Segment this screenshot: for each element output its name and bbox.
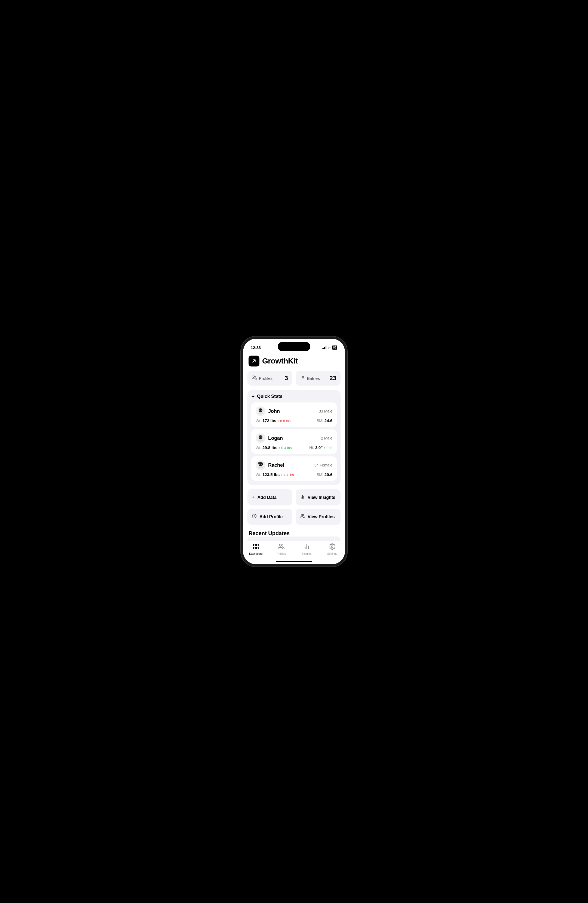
logan-ht-stat: Ht. 3'0" ↑ 0'1" (309, 445, 332, 450)
rachel-avatar (256, 460, 265, 470)
rachel-bmi-stat: BMI 20.6 (317, 472, 332, 477)
status-time: 12:33 (251, 345, 261, 350)
main-scroll[interactable]: GrowthKit Profiles (243, 352, 345, 541)
profiles-tab-icon (278, 543, 284, 552)
logan-weight-stat: Wt. 29.8 lbs ↑ 0.4 lbs (256, 445, 292, 450)
svg-rect-35 (256, 547, 258, 549)
add-data-label: Add Data (257, 495, 277, 500)
logan-meta: 2 Male (321, 436, 332, 440)
tab-settings[interactable]: Settings (320, 543, 345, 555)
logan-name: Logan (268, 436, 283, 441)
john-meta: 33 Male (319, 409, 332, 413)
john-name: John (268, 409, 280, 414)
tab-bar: Dashboard Profiles (243, 541, 345, 561)
dynamic-island (278, 342, 310, 351)
view-profiles-label: View Profiles (307, 514, 334, 519)
wifi-icon: ⇌ (328, 346, 331, 349)
view-profiles-button[interactable]: View Profiles (296, 509, 340, 525)
svg-point-22 (261, 464, 261, 465)
entries-label: Entries (307, 376, 320, 381)
svg-point-10 (261, 411, 261, 411)
john-name-group: John (256, 406, 280, 416)
rachel-meta: 34 Female (314, 463, 332, 467)
rachel-name: Rachel (268, 463, 284, 468)
logan-avatar (256, 433, 265, 443)
logan-ht-delta: ↑ 0'1" (324, 446, 332, 450)
add-profile-button[interactable]: Add Profile (248, 509, 292, 525)
profiles-icon (252, 375, 257, 381)
svg-rect-32 (254, 544, 256, 546)
add-profile-label: Add Profile (259, 514, 282, 519)
logan-wt-label: Wt. (256, 445, 261, 450)
rachel-bmi-label: BMI (317, 472, 323, 477)
logan-card-header: Logan 2 Male (256, 433, 332, 443)
profiles-label: Profiles (259, 376, 273, 381)
recent-update-item[interactable]: Logan Jan 31 Height: 3'0" • Weight: 29.8… (248, 536, 340, 541)
rachel-weight-stat: Wt. 123.5 lbs ↓ 4.4 lbs (256, 472, 294, 477)
insights-tab-label: Insights (302, 552, 311, 555)
status-icons: ⇌ 86 (322, 346, 337, 349)
app-header: GrowthKit (248, 352, 340, 371)
rachel-card[interactable]: Rachel 34 Female Wt. 123.5 lbs ↓ 4.4 lbs… (251, 456, 337, 481)
battery-indicator: 86 (332, 346, 337, 349)
app-title: GrowthKit (262, 357, 298, 365)
john-bmi-label: BMI (317, 418, 323, 423)
settings-tab-label: Settings (327, 552, 337, 555)
quick-stats-section: ✦ Quick Stats (248, 390, 340, 485)
svg-point-20 (259, 463, 262, 466)
dashboard-tab-icon (252, 543, 259, 552)
view-insights-button[interactable]: View Insights (296, 489, 340, 505)
rachel-wt-val: 123.5 lbs (262, 472, 279, 477)
svg-point-21 (259, 464, 260, 465)
action-buttons-grid: + Add Data View Insights (248, 489, 340, 525)
view-profiles-icon (300, 514, 305, 520)
logan-ht-label: Ht. (309, 445, 314, 450)
logan-wt-val: 29.8 lbs (262, 445, 278, 450)
rachel-bmi-val: 20.6 (325, 472, 332, 477)
app-logo (249, 356, 259, 367)
john-bmi-stat: BMI 24.6 (317, 418, 332, 423)
john-wt-delta: ↓ 8.8 lbs (278, 419, 290, 423)
rachel-name-group: Rachel (256, 460, 284, 470)
profiles-summary-card[interactable]: Profiles 3 (248, 371, 292, 385)
rachel-card-header: Rachel 34 Female (256, 460, 332, 470)
john-card[interactable]: John 33 Male Wt. 172 lbs ↓ 8.8 lbs BMI 2… (251, 403, 337, 427)
tab-profiles[interactable]: Profiles (269, 543, 294, 555)
svg-point-40 (331, 546, 333, 547)
profiles-tab-label: Profiles (277, 552, 286, 555)
dashboard-tab-label: Dashboard (249, 552, 262, 555)
summary-cards-row: Profiles 3 (248, 371, 340, 385)
phone-frame: 12:33 ⇌ 86 Growt (241, 337, 347, 566)
signal-icon (322, 346, 326, 349)
john-wt-label: Wt. (256, 418, 261, 423)
phone-screen: 12:33 ⇌ 86 Growt (243, 339, 345, 564)
quick-stats-title: Quick Stats (257, 394, 282, 399)
svg-point-36 (279, 544, 281, 546)
svg-point-30 (301, 514, 303, 516)
rachel-wt-delta: ↓ 4.4 lbs (281, 473, 294, 477)
add-profile-icon (252, 514, 257, 520)
tab-dashboard[interactable]: Dashboard (243, 543, 269, 555)
logan-name-group: Logan (256, 433, 283, 443)
rachel-stats-row: Wt. 123.5 lbs ↓ 4.4 lbs BMI 20.6 (256, 472, 332, 477)
tab-insights[interactable]: Insights (294, 543, 320, 555)
view-insights-icon (300, 494, 305, 500)
add-data-button[interactable]: + Add Data (248, 489, 292, 505)
entries-icon (300, 375, 305, 381)
svg-point-9 (259, 411, 260, 411)
add-data-icon: + (252, 494, 255, 500)
settings-tab-icon (329, 543, 336, 552)
john-avatar (256, 406, 265, 416)
svg-rect-34 (254, 547, 256, 549)
entries-value: 23 (330, 374, 336, 382)
quick-stats-icon: ✦ (251, 394, 255, 399)
insights-tab-icon (304, 543, 310, 552)
entries-summary-card[interactable]: Entries 23 (296, 371, 340, 385)
logan-card[interactable]: Logan 2 Male Wt. 29.8 lbs ↑ 0.4 lbs Ht. … (251, 429, 337, 454)
profiles-label-group: Profiles (252, 375, 273, 381)
quick-stats-header: ✦ Quick Stats (251, 394, 337, 399)
logan-stats-row: Wt. 29.8 lbs ↑ 0.4 lbs Ht. 3'0" ↑ 0'1" (256, 445, 332, 450)
rachel-wt-label: Wt. (256, 472, 261, 477)
entries-label-group: Entries (300, 375, 320, 381)
logan-ht-val: 3'0" (315, 445, 323, 450)
